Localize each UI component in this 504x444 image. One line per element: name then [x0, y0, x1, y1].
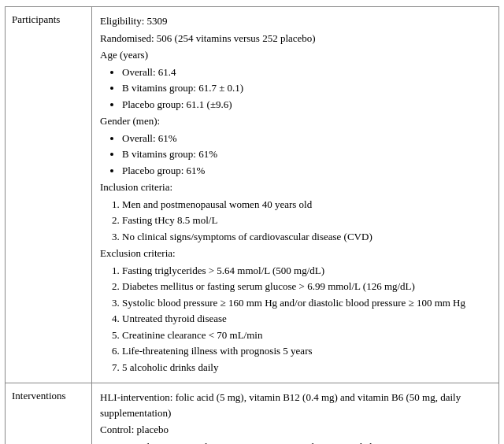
table-row: ParticipantsEligibility: 5309Randomised:… [6, 7, 498, 383]
list-item: Systolic blood pressure ≥ 160 mm Hg and/… [122, 295, 491, 311]
list-item: Overall: 61.4 [122, 65, 491, 80]
list-item: B vitamins group: 61.7 ± 0.1) [122, 80, 491, 96]
list-item: No clinical signs/symptoms of cardiovasc… [122, 229, 491, 245]
list-item: Life-threatening illness with prognosis … [122, 343, 491, 359]
list-item: Placebo group: 61% [122, 163, 491, 179]
list-item: Creatinine clearance < 70 mL/min [122, 327, 491, 343]
list-item: Overall: 61% [122, 131, 491, 146]
list-item: Placebo group: 61.1 (±9.6) [122, 97, 491, 113]
row-label: Participants [6, 7, 92, 383]
content-text: Gender (men): [100, 113, 491, 129]
bullet-list: Overall: 61%B vitamins group: 61%Placebo… [122, 131, 491, 179]
bullet-list: Overall: 61.4B vitamins group: 61.7 ± 0.… [122, 65, 491, 113]
list-item: 5 alcoholic drinks daily [122, 360, 491, 376]
list-item: Fasting triglycerides > 5.64 mmol/L (500… [122, 263, 491, 279]
list-item: Untreated thyroid disease [122, 311, 491, 327]
row-content: HLI-intervention: folic acid (5 mg), vit… [92, 383, 498, 444]
numbered-list: Men and postmenopausal women 40 years ol… [122, 197, 491, 245]
list-item: Diabetes mellitus or fasting serum gluco… [122, 279, 491, 294]
row-content: Eligibility: 5309Randomised: 506 (254 vi… [92, 7, 498, 383]
list-item: Men and postmenopausal women 40 years ol… [122, 197, 491, 213]
content-text: Age (years) [100, 47, 491, 63]
list-item: B vitamins group: 61% [122, 146, 491, 162]
table-row: InterventionsHLI-intervention: folic aci… [6, 383, 498, 444]
content-text: Inclusion criteria: [100, 179, 491, 195]
content-text: Randomised: 506 (254 vitamins versus 252… [100, 31, 491, 46]
content-text: Exclusion criteria: [100, 246, 491, 261]
numbered-list: Fasting triglycerides > 5.64 mmol/L (500… [122, 263, 491, 376]
list-item: Fasting tHcy 8.5 mol/L [122, 213, 491, 228]
content-text: Treatment duration: initial 2.5-year tre… [100, 439, 491, 445]
main-table: ParticipantsEligibility: 5309Randomised:… [5, 6, 499, 444]
content-text: Eligibility: 5309 [100, 13, 491, 29]
content-text: Control: placebo [100, 422, 491, 438]
content-text: HLI-intervention: folic acid (5 mg), vit… [100, 390, 491, 420]
row-label: Interventions [6, 383, 92, 444]
